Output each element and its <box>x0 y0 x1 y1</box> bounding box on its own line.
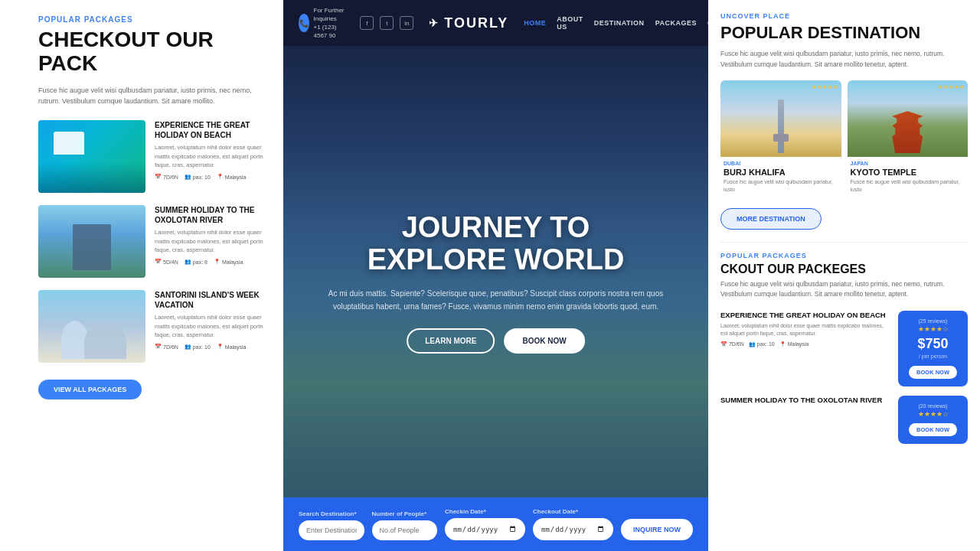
right-bottom-label: POPULAR PACKAGES <box>720 252 968 259</box>
book-now-small-2[interactable]: BOOK NOW <box>909 423 957 436</box>
dest-stars-burj: ★ ★ ★ ★ ★ <box>812 84 838 90</box>
hero-description: Ac mi duis mattis. Sapiente? Scelerisque… <box>315 287 677 313</box>
twitter-icon[interactable]: t <box>380 16 394 30</box>
people-input[interactable] <box>372 520 438 540</box>
pkg-title-3: SANTORINI ISLAND'S WEEK VACATION <box>155 290 268 310</box>
nav-logo: ✈ TOURLY <box>429 15 508 31</box>
pkg-meta-3: 📅 7D/6N 👥 pax: 10 📍 Malaysia <box>155 344 268 350</box>
pkg-title-1: EXPERIENCE THE GREAT HOLIDAY ON BEACH <box>155 120 268 140</box>
dest-stars-kyoto: ★ ★ ★ ★ ★ <box>938 84 964 90</box>
destinations-grid: ★ ★ ★ ★ ★ Dubai BURJ KHALIFA Fusce hic a… <box>720 80 968 197</box>
right-pkg-title-2: SUMMER HOLIDAY TO THE OXOLOTAN RIVER <box>720 396 890 404</box>
right-section-title: POPULAR DESTINATION <box>720 23 968 43</box>
star-1: ★ <box>812 84 816 90</box>
checkout-field: Checkout Date* <box>533 508 613 540</box>
checkout-input[interactable] <box>533 518 613 540</box>
package-image-2 <box>38 205 145 278</box>
nav-destination[interactable]: DESTINATION <box>594 19 645 27</box>
more-destination-button[interactable]: MORE DESTINATION <box>720 208 822 230</box>
package-card-1: EXPERIENCE THE GREAT HOLIDAY ON BEACH La… <box>38 120 268 193</box>
pkg-pax-3: 👥 pax: 10 <box>185 344 211 350</box>
book-now-small-1[interactable]: BOOK NOW <box>909 366 957 379</box>
learn-more-button[interactable]: LEARN MORE <box>407 328 495 354</box>
right-pkg-title-1: EXPERIENCE THE GREAT HOLIDAY ON BEACH <box>720 311 890 319</box>
hero-book-now-button[interactable]: BOOK NOW <box>505 328 585 354</box>
destination-label: Search Destination* <box>299 510 364 517</box>
pkg-loc-1: 📍 Malaysia <box>217 174 247 180</box>
checkout-label: Checkout Date* <box>533 508 613 515</box>
dest-info-kyoto: Japan KYOTO TEMPLE Fusce hic augue velit… <box>848 157 969 197</box>
inquire-now-button[interactable]: INQUIRE NOW <box>621 519 693 540</box>
right-pkg-days-1: 📅 7D/6N <box>720 341 744 347</box>
dest-desc-kyoto: Fusce hic augue velit wisi qulbusdam par… <box>851 178 965 194</box>
contact-phone: +1 (123) 4567 90 <box>314 23 345 40</box>
checkin-field: Checkin Date* <box>445 508 525 540</box>
nav-home[interactable]: HOME <box>524 19 546 27</box>
nav-packages[interactable]: PACKAGES <box>655 19 697 27</box>
left-section-desc: Fusce hic augue velit wisi qulbusdam par… <box>38 85 268 107</box>
facebook-icon[interactable]: f <box>360 16 374 30</box>
hero-content: JOURNEY TO EXPLORE WORLD Ac mi duis matt… <box>315 212 677 354</box>
price-1: $750 <box>909 336 957 352</box>
package-info-2: SUMMER HOLIDAY TO THE OXOLOTAN RIVER Lao… <box>155 205 268 265</box>
right-pkg-pax-1: 👥 pax: 10 <box>749 341 775 347</box>
pkg-days-1: 📅 7D/6N <box>155 174 178 180</box>
right-bottom-section: POPULAR PACKAGES CKOUT OUR PACKEGES Fusc… <box>720 242 968 444</box>
dest-info-burj: Dubai BURJ KHALIFA Fusce hic augue velit… <box>720 157 841 197</box>
checkin-input[interactable] <box>445 518 525 540</box>
right-section-label: UNCOVER PLACE <box>720 12 968 20</box>
pkg-title-2: SUMMER HOLIDAY TO THE OXOLOTAN RIVER <box>155 205 268 225</box>
package-card-2: SUMMER HOLIDAY TO THE OXOLOTAN RIVER Lao… <box>38 205 268 278</box>
package-info-3: SANTORINI ISLAND'S WEEK VACATION Laoreet… <box>155 290 268 350</box>
view-all-packages-button[interactable]: VIEW ALL PACKAGES <box>38 380 142 399</box>
per-person-1: / per person <box>909 354 957 359</box>
right-pkg-desc-1: Laoreet, voluptatum nihil dolor esse qua… <box>720 322 890 338</box>
dest-country-burj: Dubai <box>724 161 838 166</box>
dest-desc-burj: Fusce hic augue velit wisi qulbusdam par… <box>724 178 838 194</box>
hero-title-line1: JOURNEY TO <box>315 212 677 244</box>
right-section-desc: Fusce hic augue velit wisi qulbusdam par… <box>720 49 968 70</box>
right-pkg-info-2: SUMMER HOLIDAY TO THE OXOLOTAN RIVER <box>720 396 890 407</box>
star-k3: ★ <box>949 84 953 90</box>
people-field: Number of People* <box>372 510 438 540</box>
nav-gallery[interactable]: GALLERY <box>707 19 708 27</box>
checkin-label: Checkin Date* <box>445 508 525 515</box>
left-panel: POPULAR PACKAGES CHECKOUT OUR PACK Fusce… <box>0 0 283 551</box>
nav-about[interactable]: ABOUT US <box>557 15 583 31</box>
package-image-3 <box>38 290 145 363</box>
hero-title: JOURNEY TO EXPLORE WORLD <box>315 212 677 276</box>
stars-right-2: ★★★★☆ <box>909 410 957 418</box>
package-card-3: SANTORINI ISLAND'S WEEK VACATION Laoreet… <box>38 290 268 363</box>
main-wrapper: POPULAR PACKAGES CHECKOUT OUR PACK Fusce… <box>0 0 980 551</box>
price-box-2: (20 reviews) ★★★★☆ BOOK NOW <box>898 396 968 444</box>
star-3: ★ <box>822 84 827 90</box>
star-k1: ★ <box>938 84 942 90</box>
star-2: ★ <box>817 84 822 90</box>
contact-text: For Further Inquiries +1 (123) 4567 90 <box>314 6 345 41</box>
linkedin-icon[interactable]: in <box>400 16 413 30</box>
dest-card-kyoto: ★ ★ ★ ★ ★ Japan KYOTO TEMPLE Fusce hic a… <box>848 80 969 197</box>
package-info-1: EXPERIENCE THE GREAT HOLIDAY ON BEACH La… <box>155 120 268 180</box>
plane-icon: ✈ <box>429 17 439 29</box>
pkg-pax-2: 👥 pax: 8 <box>185 259 207 265</box>
pkg-desc-2: Laoreet, voluptatum nihil dolor esse qua… <box>155 228 268 254</box>
destination-input[interactable] <box>299 520 364 540</box>
right-bottom-title: CKOUT OUR PACKEGES <box>720 262 968 276</box>
pkg-pax-1: 👥 pax: 10 <box>185 174 211 180</box>
pkg-days-2: 📅 5D/4N <box>155 259 178 265</box>
social-icons: f t in <box>360 16 413 30</box>
pkg-loc-3: 📍 Malaysia <box>217 344 247 350</box>
right-panel: UNCOVER PLACE POPULAR DESTINATION Fusce … <box>708 0 980 551</box>
search-bar: Search Destination* Number of People* Ch… <box>283 497 708 551</box>
dest-country-kyoto: Japan <box>851 161 965 166</box>
right-top-section: UNCOVER PLACE POPULAR DESTINATION Fusce … <box>720 12 968 242</box>
hero-buttons: LEARN MORE BOOK NOW <box>315 328 677 354</box>
dest-name-burj: BURJ KHALIFA <box>724 168 838 177</box>
reviews-1: (25 reviews) <box>909 318 957 324</box>
left-section-label: POPULAR PACKAGES <box>38 15 268 24</box>
right-package-row-2: SUMMER HOLIDAY TO THE OXOLOTAN RIVER (20… <box>720 396 968 444</box>
logo-text: TOURLY <box>444 15 508 31</box>
price-box-1: (25 reviews) ★★★★☆ $750 / per person BOO… <box>898 311 968 386</box>
pkg-loc-2: 📍 Malaysia <box>214 259 243 265</box>
dest-card-burj: ★ ★ ★ ★ ★ Dubai BURJ KHALIFA Fusce hic a… <box>720 80 841 197</box>
